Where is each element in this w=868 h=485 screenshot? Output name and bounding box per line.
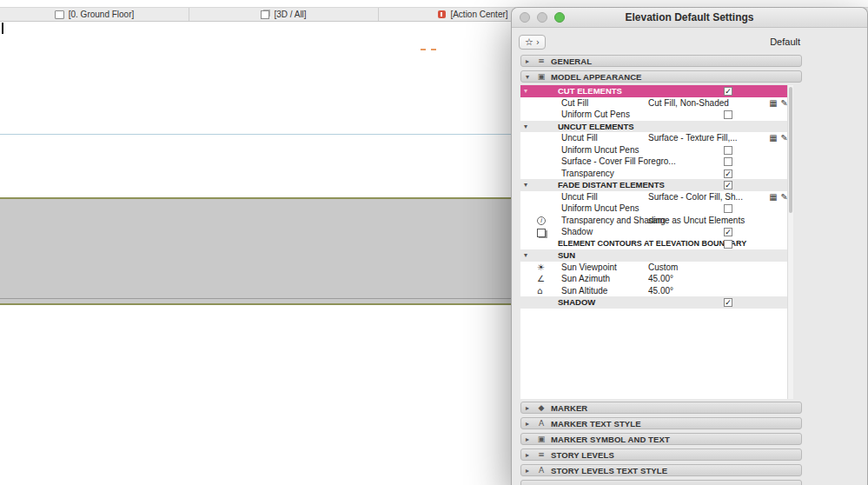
fade-distant-checkbox[interactable]	[724, 181, 732, 189]
close-button[interactable]	[520, 12, 530, 23]
fill-settings-icon[interactable]: ▦	[769, 98, 777, 108]
tab-label: [Action Center]	[450, 10, 507, 19]
row-shadow-master[interactable]: SHADOW	[520, 296, 793, 309]
row-transparency[interactable]: Transparency	[520, 168, 793, 180]
transparency-checkbox[interactable]	[724, 169, 732, 178]
row-cut-fill[interactable]: Cut Fill Cut Fill, Non-Shaded ▦ ✎	[520, 97, 793, 110]
surface-cover-fill-checkbox[interactable]	[724, 157, 732, 166]
row-value[interactable]: Cut Fill, Non-Shaded	[648, 97, 729, 110]
zoom-button[interactable]	[554, 12, 565, 23]
disclosure-triangle[interactable]: ▾	[524, 249, 527, 262]
elevation-default-settings-dialog: Elevation Default Settings ☆ › Default ▸…	[511, 7, 868, 485]
symbol-text-icon: ▣	[536, 435, 547, 443]
cut-elements-label: CUT ELEMENTS	[558, 85, 622, 97]
cut-elements-checkbox[interactable]	[724, 87, 732, 96]
row-value[interactable]: 45.00°	[648, 273, 673, 285]
elevation-guide-line	[0, 134, 511, 135]
section-model-appearance[interactable]: ▾ ▣ MODEL APPEARANCE	[520, 70, 802, 83]
row-sun-viewpoint[interactable]: ☀ Sun Viewpoint Custom	[520, 262, 793, 274]
row-label: Sun Viewpoint	[561, 262, 617, 274]
fill-settings-icon[interactable]: ▦	[769, 192, 777, 202]
dialog-toolbar: ☆ › Default	[512, 28, 867, 56]
row-label: Cut Fill	[561, 97, 588, 110]
favorites-button[interactable]: ☆ ›	[519, 35, 546, 50]
row-label: Uncut Fill	[561, 191, 598, 203]
tab-3d-all[interactable]: [3D / All]	[189, 8, 379, 21]
row-value[interactable]: 45.00°	[648, 285, 673, 297]
section-marker-text-style[interactable]: ▸ A MARKER TEXT STYLE	[520, 417, 802, 429]
row-label: Uncut Fill	[561, 132, 598, 144]
star-icon: ☆	[525, 37, 533, 48]
subsection-sun[interactable]: ▾ SUN	[520, 249, 793, 262]
section-story-levels-text-style[interactable]: ▸ A STORY LEVELS TEXT STYLE	[520, 464, 802, 476]
marker-icon: ◆	[536, 403, 547, 412]
row-value[interactable]: Surface - Color Fill, Sh...	[648, 191, 743, 203]
row-value: same as Uncut Elements	[648, 215, 745, 227]
fill-settings-icon[interactable]: ▦	[769, 133, 777, 143]
row-label: Sun Azimuth	[561, 273, 610, 285]
window-controls	[520, 12, 565, 23]
parameters-list: ▾ CUT ELEMENTS Cut Fill Cut Fill, Non-Sh…	[520, 85, 793, 399]
disclosure-triangle[interactable]: ▸	[526, 404, 532, 412]
uniform-cut-pens-checkbox[interactable]	[724, 110, 732, 119]
story-levels-icon: ≡	[536, 450, 547, 459]
tab-ground-floor[interactable]: [0. Ground Floor]	[0, 8, 189, 21]
disclosure-triangle[interactable]: ▸	[526, 482, 532, 485]
disclosure-triangle[interactable]: ▾	[524, 121, 527, 133]
row-shadow[interactable]: Shadow	[520, 226, 793, 238]
subsection-fade-distant-elements[interactable]: ▾ FADE DISTANT ELEMENTS	[520, 179, 793, 191]
row-fade-uncut-fill[interactable]: Uncut Fill Surface - Color Fill, Sh... ▦…	[520, 191, 793, 203]
row-label: Transparency	[561, 168, 614, 180]
row-buttons: ▦ ✎	[769, 192, 788, 202]
fade-uniform-uncut-pens-checkbox[interactable]	[724, 204, 732, 213]
minimize-button[interactable]	[537, 12, 547, 23]
disclosure-triangle[interactable]: ▾	[524, 85, 527, 97]
section-marker[interactable]: ▸ ◆ MARKER	[520, 402, 802, 414]
scrollbar[interactable]	[787, 85, 793, 399]
disclosure-triangle[interactable]: ▸	[526, 467, 532, 475]
disclosure-triangle[interactable]: ▾	[524, 179, 527, 191]
row-buttons: ▦ ✎	[769, 133, 788, 143]
row-uncut-fill[interactable]: Uncut Fill Surface - Texture Fill,... ▦ …	[520, 132, 793, 144]
section-general[interactable]: ▸ ≡ GENERAL	[520, 55, 802, 67]
row-uniform-cut-pens[interactable]: Uniform Cut Pens	[520, 109, 793, 121]
section-marker-symbol-and-text[interactable]: ▸ ▣ MARKER SYMBOL AND TEXT	[520, 433, 802, 445]
row-value[interactable]: Custom	[648, 262, 678, 274]
subsection-uncut-elements[interactable]: ▾ UNCUT ELEMENTS	[520, 121, 793, 133]
altitude-icon: ⌂	[537, 287, 542, 296]
disclosure-triangle[interactable]: ▸	[526, 451, 532, 459]
slab-inner-line	[0, 298, 511, 299]
uniform-uncut-pens-checkbox[interactable]	[724, 146, 732, 155]
disclosure-triangle[interactable]: ▾	[526, 73, 532, 81]
tab-label: [3D / All]	[274, 10, 306, 19]
row-transparency-and-shading[interactable]: i Transparency and Shading same as Uncut…	[520, 215, 793, 227]
dialog-titlebar[interactable]: Elevation Default Settings	[512, 8, 867, 28]
text-style-icon: A	[536, 419, 547, 428]
row-label: Uniform Cut Pens	[561, 109, 630, 121]
section-story-levels[interactable]: ▸ ≡ STORY LEVELS	[520, 448, 802, 461]
elevation-slab-band	[0, 197, 511, 305]
general-settings-icon: ≡	[536, 56, 547, 65]
row-cut-elements[interactable]: ▾ CUT ELEMENTS	[520, 85, 793, 97]
row-surface-cover-fill[interactable]: Surface - Cover Fill Foregro...	[520, 156, 793, 168]
disclosure-triangle[interactable]: ▸	[526, 435, 532, 443]
shadow-master-checkbox[interactable]	[724, 298, 732, 307]
subsection-label: FADE DISTANT ELEMENTS	[558, 179, 665, 191]
element-contours-checkbox[interactable]	[724, 240, 732, 249]
row-fade-uniform-uncut-pens[interactable]: Uniform Uncut Pens	[520, 203, 793, 215]
row-sun-altitude[interactable]: ⌂ Sun Altitude 45.00°	[520, 285, 793, 297]
section-label: GENERAL	[551, 56, 592, 66]
info-icon: i	[537, 216, 546, 225]
scrollbar-thumb[interactable]	[789, 87, 792, 213]
section-label: MARKER SYMBOL AND TEXT	[551, 435, 670, 444]
disclosure-triangle[interactable]: ▸	[526, 57, 532, 65]
disclosure-triangle[interactable]: ▸	[526, 420, 532, 428]
section-header-partial[interactable]: ▸	[520, 480, 802, 485]
row-sun-azimuth[interactable]: ∠ Sun Azimuth 45.00°	[520, 273, 793, 285]
shadow-checkbox[interactable]	[724, 228, 732, 236]
row-value[interactable]: Surface - Texture Fill,...	[648, 132, 738, 144]
row-element-contours[interactable]: ELEMENT CONTOURS AT ELEVATION BOUNDARY	[520, 238, 793, 250]
row-uniform-uncut-pens[interactable]: Uniform Uncut Pens	[520, 144, 793, 156]
row-label: SHADOW	[558, 296, 595, 309]
sun-icon: ☀	[537, 263, 545, 272]
